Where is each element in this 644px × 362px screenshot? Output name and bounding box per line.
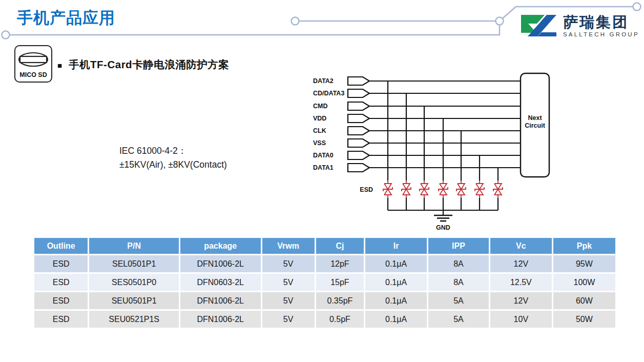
signal-label: CLK [313, 127, 326, 134]
signal-connector [348, 151, 369, 159]
table-cell: 5V [262, 311, 315, 328]
table-cell: 12V [490, 255, 552, 272]
signal-label: VSS [313, 139, 326, 147]
table-header-cell: Vrwm [262, 238, 315, 254]
table-cell: 5A [428, 311, 489, 328]
table-cell: 5V [262, 255, 315, 272]
iec-line1: IEC 61000-4-2： [119, 144, 227, 158]
table-header-cell: P/N [89, 238, 178, 254]
iec-line2: ±15KV(Air), ±8KV(Contact) [119, 158, 227, 172]
table-cell: 100W [553, 274, 615, 291]
esd-diode [420, 180, 429, 198]
table-cell: SEU0501P1 [89, 292, 178, 309]
table-header-row: Outline P/N package Vrwm Cj Ir IPP Vc Pp… [34, 238, 615, 254]
iec-standard-text: IEC 61000-4-2： ±15KV(Air), ±8KV(Contact) [119, 144, 227, 172]
table-row: ESD SES0501P0 DFN0603-2L 5V 15pF 0.1μA 8… [34, 274, 615, 291]
section-heading: ■ 手机TF-Card卡静电浪涌防护方案 [57, 57, 229, 72]
next-circuit-label: Circuit [525, 122, 545, 129]
signal-label: DATA2 [313, 77, 334, 85]
table-cell: 12V [490, 292, 552, 309]
table-header-cell: Outline [34, 238, 88, 254]
signal-connectors [348, 77, 369, 172]
table-cell: DFN1006-2L [180, 311, 261, 328]
esd-diode [456, 180, 466, 198]
table-cell: ESD [34, 292, 88, 309]
signal-connector [348, 102, 369, 110]
table-cell: DFN0603-2L [180, 274, 261, 291]
signal-connector [348, 77, 369, 85]
table-cell: 50W [553, 311, 615, 328]
section-heading-text: 手机TF-Card卡静电浪涌防护方案 [69, 57, 229, 72]
table-row: ESD SEU0501P1 DFN1006-2L 5V 0.35pF 0.1μA… [34, 292, 615, 309]
page-title: 手机产品应用 [17, 7, 115, 29]
signal-connector [348, 164, 369, 172]
signal-connector [348, 139, 369, 147]
table-row: ESD SEL0501P1 DFN1006-2L 5V 12pF 0.1μA 8… [34, 255, 615, 272]
esd-diode [402, 180, 411, 198]
signal-label: CMD [313, 103, 327, 110]
table-cell: 15pF [316, 274, 364, 291]
table-header-cell: Vc [490, 238, 552, 254]
table-cell: 10V [490, 311, 552, 328]
signal-label: DATA1 [313, 164, 334, 171]
table-header-cell: IPP [428, 238, 489, 254]
logo-name-cn: 萨瑞集团 [563, 15, 639, 30]
slide-canvas: 手机产品应用 萨瑞集团 SALLTECH GROUP MICO SD ■ 手机T… [0, 0, 644, 362]
table-cell: 8A [428, 274, 489, 291]
signal-label: DATA0 [313, 152, 334, 159]
esd-label: ESD [360, 186, 373, 193]
signal-connector [348, 114, 369, 123]
table-cell: 0.5pF [316, 311, 364, 328]
table-cell: SEU0521P1S [89, 311, 178, 328]
table-cell: 60W [553, 292, 615, 309]
table-cell: 5A [428, 292, 489, 309]
circuit-diagram: DATA2 CD/DATA3 CMD VDD CLK VSS DATA0 DAT… [307, 69, 564, 238]
esd-diode [383, 180, 392, 198]
table-header-cell: package [180, 238, 261, 254]
sd-card-glyph [15, 47, 51, 71]
ground-symbol [434, 215, 452, 221]
table-cell: SEL0501P1 [89, 255, 178, 272]
esd-diode-array [383, 180, 503, 198]
table-cell: 12pF [316, 255, 364, 272]
table-cell: 0.1μA [365, 255, 427, 272]
table-cell: 0.1μA [365, 311, 427, 328]
table-cell: 95W [553, 255, 615, 272]
table-cell: ESD [34, 255, 88, 272]
table-cell: 0.35pF [316, 292, 364, 309]
salltech-logo: 萨瑞集团 SALLTECH GROUP [520, 12, 639, 40]
signal-label: CD/DATA3 [313, 90, 344, 97]
spec-table: Outline P/N package Vrwm Cj Ir IPP Vc Pp… [33, 236, 617, 329]
table-cell: 5V [262, 274, 315, 291]
table-cell: ESD [34, 311, 88, 328]
logo-mark-icon [520, 12, 558, 40]
next-circuit-label: Next [528, 114, 542, 122]
table-cell: 8A [428, 255, 489, 272]
signal-connector [348, 127, 369, 135]
table-cell: 12.5V [490, 274, 552, 291]
esd-diode [439, 180, 448, 198]
table-header-cell: Cj [316, 238, 364, 254]
table-cell: DFN1006-2L [180, 255, 261, 272]
table-cell: ESD [34, 274, 88, 291]
table-row: ESD SEU0521P1S DFN1006-2L 5V 0.5pF 0.1μA… [34, 311, 615, 328]
mico-sd-label: MICO SD [15, 71, 51, 78]
table-cell: 0.1μA [365, 292, 427, 309]
signal-label: VDD [313, 115, 326, 122]
table-cell: SES0501P0 [89, 274, 178, 291]
section-bullet-icon: ■ [57, 61, 62, 69]
gnd-label: GND [436, 224, 450, 231]
table-header-cell: Ir [365, 238, 427, 254]
esd-diode [475, 180, 484, 198]
table-header-cell: Ppk [553, 238, 615, 254]
table-cell: DFN1006-2L [180, 292, 261, 309]
table-cell: 5V [262, 292, 315, 309]
signal-connector [348, 89, 369, 97]
sd-card-icon: MICO SD [14, 45, 52, 83]
esd-diode [493, 180, 503, 198]
logo-name-en: SALLTECH GROUP [563, 32, 639, 38]
table-cell: 0.1μA [365, 274, 427, 291]
